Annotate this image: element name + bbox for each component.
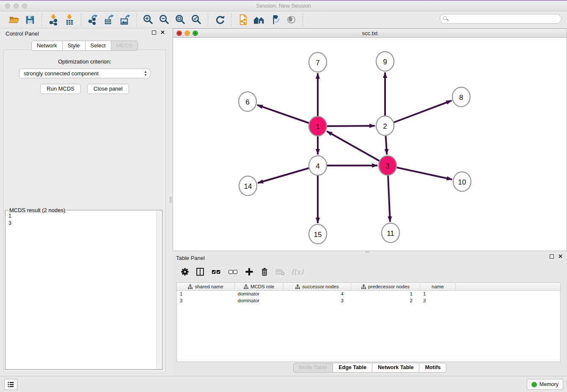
close-panel-icon[interactable]: ✕ (160, 30, 165, 35)
graph-node-10[interactable]: 10 (453, 172, 471, 191)
edge-1-6[interactable] (257, 105, 318, 126)
tab-edge-table[interactable]: Edge Table (333, 363, 372, 373)
save-icon (25, 14, 36, 25)
network-minimize-button[interactable]: − (184, 30, 190, 36)
export-table-button[interactable] (101, 13, 117, 27)
table-cell[interactable]: 2 (351, 298, 420, 304)
table-cell[interactable]: 1 (420, 291, 456, 298)
graph-node-15[interactable]: 15 (309, 224, 327, 244)
column-header-successor-nodes[interactable]: successor nodes (284, 283, 351, 290)
edge-3-1[interactable] (327, 131, 388, 166)
export-image-icon (119, 14, 131, 25)
hide-graphics-button[interactable] (267, 13, 283, 27)
float-table-panel-icon[interactable] (550, 254, 554, 259)
import-network-icon (48, 14, 59, 25)
graph-node-9[interactable]: 9 (376, 52, 394, 71)
close-table-panel-icon[interactable]: ✕ (558, 254, 563, 259)
tab-motifs[interactable]: Motifs (419, 363, 446, 373)
graph-node-3[interactable]: 3 (379, 156, 396, 175)
unchecked-boxes-icon (228, 267, 239, 276)
criterion-select[interactable]: strongly connected component ▲▼ (19, 69, 150, 78)
tab-network-table[interactable]: Network Table (372, 363, 420, 373)
export-image-button[interactable] (117, 13, 133, 27)
table-cell[interactable]: dominator (235, 291, 284, 298)
zoom-out-button[interactable] (156, 13, 172, 27)
table-cell[interactable]: 3 (177, 298, 235, 304)
graph-node-4[interactable]: 4 (309, 156, 327, 175)
export-network-button[interactable] (85, 13, 101, 27)
result-line: 3 (8, 220, 159, 227)
refresh-button[interactable] (212, 13, 228, 27)
network-file-button[interactable] (235, 13, 251, 27)
svg-text:15: 15 (314, 231, 322, 239)
graph-node-7[interactable]: 7 (309, 52, 327, 72)
divider-grip[interactable] (170, 197, 172, 203)
graph-node-1[interactable]: 1 (309, 116, 327, 136)
table-cell[interactable]: 3 (284, 298, 351, 304)
zoom-in-button[interactable] (140, 13, 156, 27)
column-label: shared name (195, 284, 223, 289)
network-canvas[interactable]: 7968124314101511 (173, 38, 567, 251)
zoom-fit-button[interactable] (172, 13, 188, 27)
deselect-all-button[interactable] (228, 267, 239, 276)
table-cell[interactable]: 1 (177, 291, 235, 298)
table-cell[interactable]: dominator (235, 298, 284, 304)
column-selector-button[interactable] (195, 267, 205, 276)
tab-style[interactable]: Style (63, 41, 85, 51)
tab-mcds[interactable]: MCDS (111, 41, 138, 51)
svg-text:8: 8 (459, 94, 463, 102)
save-session-button[interactable] (22, 13, 38, 27)
delete-column-button[interactable] (260, 267, 269, 276)
import-network-button[interactable] (45, 13, 61, 27)
select-stepper-icon: ▲▼ (144, 70, 147, 77)
panel-divider[interactable] (169, 28, 173, 376)
column-header-name[interactable]: name (420, 283, 456, 290)
select-all-button[interactable] (211, 267, 222, 276)
column-header-shared-name[interactable]: shared name (177, 283, 235, 290)
table-cell[interactable]: 4 (284, 291, 351, 298)
table-panel: Table Panel ✕ (173, 253, 567, 376)
memory-button[interactable]: Memory (527, 379, 563, 390)
run-mcds-button[interactable]: Run MCDS (40, 84, 81, 94)
table-settings-button[interactable] (180, 267, 190, 276)
float-panel-icon[interactable] (152, 30, 156, 35)
edge-3-10[interactable] (388, 166, 452, 179)
svg-text:1: 1 (316, 123, 319, 131)
svg-text:14: 14 (244, 182, 252, 190)
graph-node-14[interactable]: 14 (239, 176, 257, 196)
open-session-button[interactable] (6, 13, 22, 27)
eye-icon (286, 14, 297, 25)
graph-node-2[interactable]: 2 (376, 116, 394, 135)
tab-select[interactable]: Select (85, 41, 111, 51)
tab-network[interactable]: Network (31, 41, 63, 51)
network-close-button[interactable]: ✕ (176, 30, 182, 36)
graph-node-6[interactable]: 6 (239, 92, 256, 111)
import-table-button[interactable] (61, 13, 77, 27)
graph-node-8[interactable]: 8 (452, 87, 470, 107)
eye-button[interactable] (283, 13, 299, 27)
svg-text:4: 4 (316, 162, 319, 170)
search-box (440, 14, 561, 24)
add-column-button[interactable] (245, 267, 254, 276)
home-button[interactable] (251, 13, 267, 27)
svg-text:10: 10 (458, 178, 466, 186)
table-row[interactable]: 1dominator411 (177, 291, 560, 298)
table-row[interactable]: 3dominator323 (177, 298, 560, 304)
table-cell[interactable]: 3 (420, 298, 456, 304)
table-toolbar: f(x) (173, 263, 567, 281)
column-label: name (432, 284, 444, 289)
search-input[interactable] (440, 14, 561, 24)
tab-node-table[interactable]: Node Table (293, 363, 333, 373)
result-scrollbar[interactable] (156, 211, 162, 369)
edge-2-8[interactable] (385, 101, 451, 126)
network-maximize-button[interactable]: + (193, 30, 198, 36)
column-header-predecessor-nodes[interactable]: predecessor nodes (351, 283, 420, 290)
main-toolbar (0, 11, 567, 28)
task-history-button[interactable] (4, 379, 17, 390)
close-panel-button[interactable]: Close panel (87, 84, 129, 94)
graph-node-11[interactable]: 11 (382, 223, 399, 243)
column-header-MCDS-role[interactable]: MCDS role (235, 283, 284, 290)
export-network-icon (87, 14, 99, 25)
table-cell[interactable]: 1 (351, 291, 420, 298)
zoom-selected-button[interactable] (188, 13, 204, 27)
